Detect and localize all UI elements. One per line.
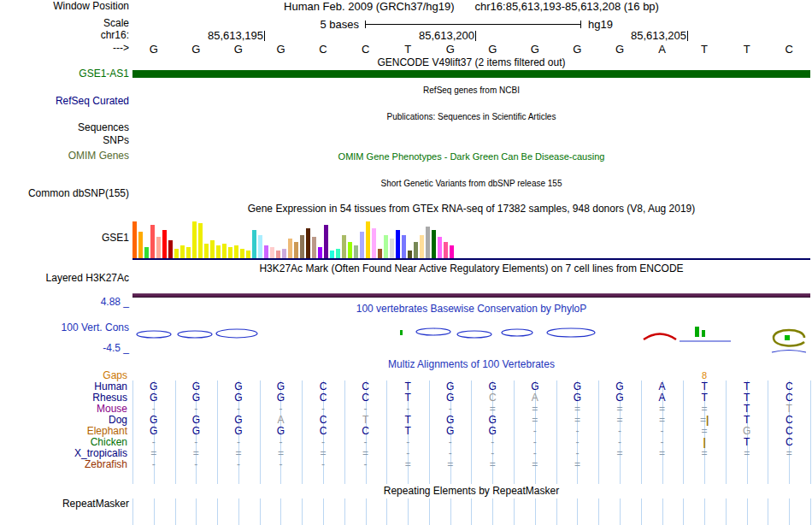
multiz-rows[interactable]: Gaps8HumanGGGGCCTGGGGGATTCRhesusGGGGCCTG… xyxy=(0,370,812,470)
gtex-tissue-bar[interactable] xyxy=(270,247,274,259)
gtex-tissue-bar[interactable] xyxy=(168,240,173,259)
gtex-tissue-bar[interactable] xyxy=(444,242,448,259)
gtex-tissue-bar[interactable] xyxy=(318,247,322,259)
phylop-green-tick xyxy=(400,330,403,335)
gtex-tissue-bar[interactable] xyxy=(216,245,221,259)
gtex-tissue-bar[interactable] xyxy=(426,227,430,259)
coordinate-tick[interactable]: 85,613,195 xyxy=(154,29,265,42)
gtex-tissue-bar[interactable] xyxy=(354,245,358,259)
species-label[interactable]: Zebrafish xyxy=(0,459,132,470)
gtex-tissue-bar[interactable] xyxy=(384,235,388,259)
publications-title: Publications: Sequences in Scientific Ar… xyxy=(132,111,810,122)
gtex-tissue-bar[interactable] xyxy=(144,247,149,259)
base-letter: G xyxy=(217,43,260,56)
genome-browser: Window Position Scale chr16: ---> GSE1-A… xyxy=(0,0,812,525)
tick-mark xyxy=(687,31,688,41)
conservation-track[interactable] xyxy=(132,316,810,357)
gtex-tissue-bar[interactable] xyxy=(132,221,137,259)
gtex-tissue-bar[interactable] xyxy=(186,247,191,259)
gtex-tissue-bar[interactable] xyxy=(324,225,328,259)
track-label-omim[interactable]: OMIM Genes xyxy=(68,150,129,162)
gtex-tissue-bar[interactable] xyxy=(372,228,376,259)
gtex-title: Gene Expression in 54 tissues from GTEx … xyxy=(132,204,810,215)
gtex-tissue-bar[interactable] xyxy=(222,244,227,259)
gtex-tissue-bar[interactable] xyxy=(192,221,197,259)
gtex-tissue-bar[interactable] xyxy=(390,239,394,259)
track-label-h3k27ac[interactable]: Layered H3K27Ac xyxy=(46,273,129,284)
gtex-tissue-bar[interactable] xyxy=(150,225,155,259)
alignment-cells: GGGGCCTGG----=GC xyxy=(132,426,810,437)
coordinate-tick[interactable]: 85,613,200 xyxy=(365,29,476,42)
gtex-tissue-bar[interactable] xyxy=(402,235,406,259)
gtex-tissue-bar[interactable] xyxy=(420,235,424,259)
base-letter: G xyxy=(132,43,175,56)
gtex-tissue-bar[interactable] xyxy=(366,221,370,259)
base-letter: A xyxy=(641,43,684,56)
alignment-cells: -------------|TC xyxy=(132,437,810,448)
gtex-tissue-bar[interactable] xyxy=(210,240,215,259)
omim-title: OMIM Gene Phenotypes - Dark Green Can Be… xyxy=(132,151,810,162)
dbsnp-title: Short Genetic Variants from dbSNP releas… xyxy=(132,178,810,189)
track-label-gencode[interactable]: GSE1-AS1 xyxy=(79,68,129,80)
base-letter: C xyxy=(302,43,344,56)
alignment-cell xyxy=(768,459,810,470)
gtex-tissue-bar[interactable] xyxy=(288,239,292,259)
gtex-tissue-bar[interactable] xyxy=(348,242,352,259)
gtex-tissue-bar[interactable] xyxy=(300,235,304,259)
multiz-species-row-zebrafish[interactable]: Zebrafish------===== xyxy=(0,459,812,470)
scale-value: 5 bases xyxy=(274,18,359,31)
h3k27ac-signal-bar[interactable] xyxy=(132,293,810,298)
coordinate-tick[interactable]: 85,613,205 xyxy=(577,29,688,42)
gtex-tissue-bar[interactable] xyxy=(180,245,185,259)
chrom-label: chr16: xyxy=(101,30,129,41)
gtex-tissue-bar[interactable] xyxy=(264,245,268,259)
track-label-repeatmasker[interactable]: RepeatMasker xyxy=(62,498,129,510)
gtex-tissue-bar[interactable] xyxy=(294,242,298,259)
gtex-bar-chart[interactable] xyxy=(132,218,810,259)
gtex-tissue-bar[interactable] xyxy=(204,244,209,259)
gtex-tissue-bar[interactable] xyxy=(432,230,436,259)
gtex-tissue-bar[interactable] xyxy=(156,237,161,259)
gtex-tissue-bar[interactable] xyxy=(360,232,364,259)
alignment-cells: ------===== xyxy=(132,459,810,470)
gtex-tissue-bar[interactable] xyxy=(228,247,232,259)
h3k27ac-title: H3K27Ac Mark (Often Found Near Active Re… xyxy=(132,263,810,274)
track-label-gtex[interactable]: GSE1 xyxy=(102,233,129,244)
gtex-tissue-bar[interactable] xyxy=(396,230,400,259)
tick-mark xyxy=(475,31,476,41)
base-letter: G xyxy=(260,43,303,56)
track-label-dbsnp[interactable]: Common dbSNP(155) xyxy=(28,188,129,199)
base-letter: T xyxy=(726,43,768,56)
track-label-conservation[interactable]: 100 Vert. Cons xyxy=(62,322,129,333)
multiz-title: Multiz Alignments of 100 Vertebrates xyxy=(132,359,810,370)
gtex-tissue-bar[interactable] xyxy=(414,242,418,259)
alignment-cell: = xyxy=(429,459,472,470)
base-letter: G xyxy=(472,43,515,56)
coordinate-value: 85,613,195 xyxy=(208,29,263,42)
gtex-tissue-bar[interactable] xyxy=(258,235,262,259)
gtex-tissue-bar[interactable] xyxy=(312,237,316,259)
alignment-cell: - xyxy=(217,459,260,470)
gtex-tissue-bar[interactable] xyxy=(450,245,454,259)
gencode-gene-bar[interactable] xyxy=(132,70,810,78)
gtex-tissue-bar[interactable] xyxy=(138,232,143,259)
track-label-sequences[interactable]: Sequences xyxy=(78,122,129,133)
gtex-tissue-bar[interactable] xyxy=(234,245,238,259)
base-letter: G xyxy=(175,43,218,56)
base-letter: T xyxy=(386,43,429,56)
track-label-refseq[interactable]: RefSeq Curated xyxy=(56,96,129,107)
gtex-tissue-bar[interactable] xyxy=(342,235,346,259)
gtex-tissue-bar[interactable] xyxy=(306,228,310,259)
track-label-snps[interactable]: SNPs xyxy=(103,135,129,146)
base-letter-row[interactable]: GGGGCCTGGGGGATTC xyxy=(132,43,810,56)
alignment-cells: GGGGCCTGCAGGATTC xyxy=(132,392,810,404)
gtex-tissue-bar[interactable] xyxy=(252,230,256,259)
base-letter: G xyxy=(429,43,472,56)
gtex-tissue-bar[interactable] xyxy=(198,223,203,259)
gtex-tissue-bar[interactable] xyxy=(162,230,167,259)
gtex-tissue-bar[interactable] xyxy=(438,237,442,259)
alignment-cell: = xyxy=(472,459,515,470)
alignment-cell xyxy=(598,459,641,470)
coordinate-value: 85,613,205 xyxy=(631,29,686,42)
alignment-cell: = xyxy=(683,448,726,459)
